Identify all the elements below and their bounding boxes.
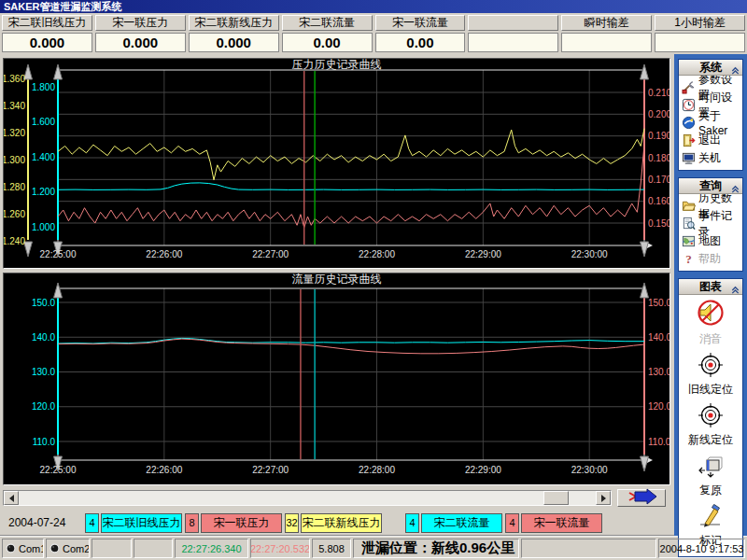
sidebar-item-restore-label: 复原	[699, 483, 722, 498]
top-cell-4: 宋一联流量0.00	[375, 15, 466, 53]
legend-item-song1-flow[interactable]: 宋一联流量	[521, 513, 602, 533]
svg-text:140.0: 140.0	[32, 332, 55, 343]
legend-item-song2-new-pressure[interactable]: 宋二联新线压力	[301, 513, 382, 533]
clock-icon	[681, 98, 697, 112]
time-scrollbar[interactable]	[3, 490, 612, 506]
chevrons-up-icon[interactable]	[730, 63, 740, 79]
flow-chart-title: 流量历史记录曲线	[4, 273, 669, 286]
svg-text:1.400: 1.400	[32, 152, 55, 162]
top-cell-5-label	[468, 15, 558, 31]
top-cell-6-value	[561, 33, 652, 52]
svg-text:?: ?	[685, 252, 692, 266]
sidebar-item-old-line-locate[interactable]: 旧线定位	[688, 353, 733, 398]
mark-icon	[698, 504, 723, 532]
svg-text:1.200: 1.200	[32, 187, 55, 197]
top-cell-2-label: 宋二联新线压力	[189, 15, 279, 31]
sample-time-1: 22:27:26.340	[175, 539, 248, 558]
system-clock-text: 2004-8-10 9:17:53	[660, 543, 744, 554]
sidebar-item-new-line-locate-label: 新线定位	[688, 432, 733, 448]
sidebar: 系统参数设置时间设置关于Saker退出关机查询历史数据事件记录地图?帮助图表消音…	[674, 54, 747, 536]
sidebar-item-event-log[interactable]: 事件记录	[681, 215, 740, 232]
top-cell-0: 宋二联旧线压力0.000	[2, 15, 92, 53]
advance-button[interactable]	[617, 489, 666, 507]
svg-text:22:25:00: 22:25:00	[40, 465, 77, 475]
chevrons-up-icon[interactable]	[730, 181, 740, 198]
legend-scale-song1-flow[interactable]: 4	[505, 513, 519, 533]
folder-icon	[681, 199, 697, 213]
sidebar-item-mute: 消音	[697, 299, 725, 347]
legend-scale-song2-flow[interactable]: 4	[405, 513, 419, 533]
svg-text:1.000: 1.000	[32, 222, 55, 232]
window-title: SAKER管道泄漏监测系统	[4, 1, 122, 12]
sidebar-item-shutdown-label: 关机	[698, 150, 721, 166]
scrollbar-track[interactable]	[19, 491, 596, 505]
sidebar-item-exit-label: 退出	[698, 133, 721, 148]
scrollbar-thumb[interactable]	[543, 491, 569, 505]
sample-time-1-text: 22:27:26.340	[181, 543, 241, 554]
top-cell-1: 宋一联压力0.000	[95, 15, 186, 53]
app-window: SAKER管道泄漏监测系统 宋二联旧线压力0.000宋一联压力0.000宋二联新…	[0, 0, 747, 560]
scrollbar-left-button[interactable]	[4, 491, 19, 505]
status-empty-3	[92, 539, 132, 558]
top-cell-2-value: 0.000	[189, 33, 279, 52]
svg-text:22:27:00: 22:27:00	[252, 465, 289, 475]
leak-location-text-text: 泄漏位置：新线0.96公里	[361, 539, 514, 557]
com1-status: Com1	[2, 539, 44, 558]
top-cell-0-label: 宋二联旧线压力	[2, 15, 92, 31]
svg-text:1.360: 1.360	[4, 74, 25, 84]
system-clock: 2004-8-10 9:17:53	[658, 539, 745, 558]
top-cell-6-label: 瞬时输差	[561, 15, 652, 31]
svg-text:22:25:00: 22:25:00	[40, 249, 77, 259]
legend-scale-song1-pressure[interactable]: 8	[185, 513, 199, 533]
svg-text:22:27:00: 22:27:00	[252, 249, 289, 259]
com-led-icon	[49, 543, 60, 553]
com-led-icon	[6, 543, 16, 553]
top-cell-7: 1小时输差	[655, 15, 745, 53]
legend-item-song2-flow[interactable]: 宋二联流量	[421, 513, 502, 533]
sidebar-item-shutdown[interactable]: 关机	[681, 149, 740, 167]
legend-date: 2004-07-24	[3, 516, 85, 529]
status-empty-4	[134, 539, 173, 558]
about-icon	[681, 116, 697, 130]
chevrons-up-icon[interactable]	[730, 282, 740, 299]
legend-scale-song2-old-pressure[interactable]: 4	[85, 513, 99, 533]
com2-status: Com2	[46, 539, 90, 558]
legend-item-song2-old-pressure[interactable]: 宋二联旧线压力	[101, 513, 182, 533]
svg-text:22:26:00: 22:26:00	[146, 465, 182, 475]
svg-text:0.200: 0.200	[648, 109, 669, 119]
sidebar-item-about-saker[interactable]: 关于Saker	[681, 114, 740, 132]
com1-status-text: Com1	[19, 543, 44, 554]
event-log-icon	[681, 217, 697, 231]
sidebar-section-system-header[interactable]: 系统	[679, 60, 742, 76]
svg-text:140.0: 140.0	[648, 332, 669, 343]
svg-text:110.0: 110.0	[648, 437, 669, 447]
svg-text:22:29:00: 22:29:00	[465, 249, 501, 259]
com2-status-text: Com2	[63, 543, 90, 554]
legend-scale-song2-new-pressure[interactable]: 32	[285, 513, 299, 533]
help-icon: ?	[681, 252, 697, 266]
sidebar-item-restore[interactable]: 复原	[698, 454, 723, 498]
sidebar-item-new-line-locate[interactable]: 新线定位	[688, 403, 733, 448]
sidebar-section-query-header[interactable]: 查询	[679, 178, 742, 194]
svg-text:1.240: 1.240	[4, 236, 25, 246]
svg-text:0.180: 0.180	[648, 153, 669, 163]
svg-text:22:26:00: 22:26:00	[146, 249, 182, 259]
sidebar-section-system-title: 系统	[699, 60, 722, 76]
play-arrow-icon	[626, 488, 657, 508]
svg-text:120.0: 120.0	[648, 401, 669, 412]
svg-text:22:28:00: 22:28:00	[359, 465, 395, 475]
sample-time-2-text: 22:27:20.532	[250, 543, 310, 554]
svg-text:1.800: 1.800	[32, 82, 55, 92]
legend-item-song1-pressure[interactable]: 宋一联压力	[201, 513, 282, 533]
top-cell-1-value: 0.000	[95, 33, 186, 52]
sidebar-section-chart-header[interactable]: 图表	[679, 279, 742, 295]
top-cell-3-value: 0.00	[282, 33, 373, 52]
sidebar-item-help: ?帮助	[681, 250, 740, 268]
pressure-history-chart[interactable]: 压力历史记录曲线 1.3601.3401.3201.3001.2801.2601…	[3, 58, 670, 269]
svg-text:120.0: 120.0	[32, 401, 55, 412]
time-scroll-row	[3, 489, 674, 507]
flow-history-chart[interactable]: 流量历史记录曲线 150.0140.0130.0120.0110.0150.01…	[3, 273, 670, 485]
top-cell-5	[468, 15, 558, 53]
top-cell-4-value: 0.00	[375, 33, 466, 52]
scrollbar-right-button[interactable]	[596, 491, 611, 505]
